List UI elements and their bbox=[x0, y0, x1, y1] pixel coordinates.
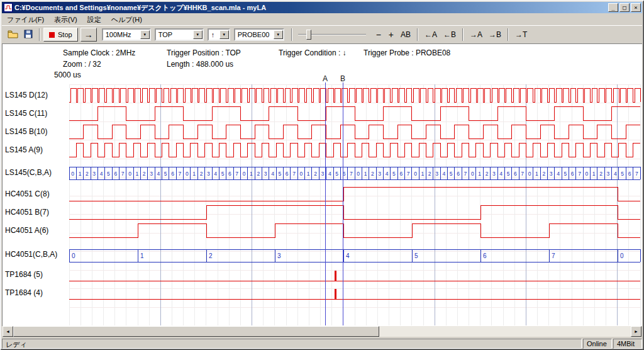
zoom-in-button[interactable]: + bbox=[385, 30, 397, 40]
stop-icon bbox=[49, 32, 55, 38]
toolbar-separator bbox=[508, 28, 509, 41]
open-folder-icon bbox=[8, 30, 19, 40]
toolbar-separator bbox=[39, 28, 40, 41]
close-button[interactable]: × bbox=[631, 3, 641, 12]
stop-label: Stop bbox=[58, 31, 72, 38]
sample-clock-select[interactable]: 100MHz ▼ bbox=[102, 28, 151, 41]
scrollbar-thumb[interactable] bbox=[13, 326, 379, 337]
menu-help[interactable]: ヘルプ(H) bbox=[106, 14, 147, 26]
set-cursor-a-button[interactable]: →A bbox=[467, 29, 486, 40]
run-button[interactable]: → bbox=[80, 28, 97, 42]
menu-settings[interactable]: 設定 bbox=[82, 14, 106, 26]
scroll-right-button[interactable]: ► bbox=[631, 326, 641, 337]
status-memory: 4MBit bbox=[613, 339, 642, 349]
status-online: Online bbox=[583, 339, 612, 349]
trigger-position-select[interactable]: TOP ▼ bbox=[155, 28, 204, 41]
slider-thumb[interactable] bbox=[306, 30, 311, 40]
window-title: C:¥Documents and Settings¥noname¥デスクトップ¥… bbox=[14, 3, 607, 13]
floppy-disk-icon bbox=[24, 30, 33, 40]
set-cursor-b-button[interactable]: →B bbox=[486, 29, 504, 40]
trigger-edge-value: ↑ bbox=[211, 31, 218, 38]
open-file-button[interactable] bbox=[6, 28, 21, 42]
scroll-left-button[interactable]: ◄ bbox=[3, 326, 13, 337]
goto-cursor-b-button[interactable]: ←B bbox=[440, 29, 459, 40]
title-bar: C:¥Documents and Settings¥noname¥デスクトップ¥… bbox=[2, 2, 642, 13]
minimize-button[interactable]: _ bbox=[608, 3, 618, 12]
toolbar: Stop → 100MHz ▼ TOP ▼ ↑ ▼ PROBE00 ▼ − + … bbox=[2, 25, 642, 43]
menu-file[interactable]: ファイル(F) bbox=[2, 14, 49, 26]
toolbar-separator bbox=[417, 28, 418, 41]
trigger-probe-value: PROBE00 bbox=[238, 31, 272, 38]
stop-button[interactable]: Stop bbox=[43, 28, 78, 42]
trigger-probe-select[interactable]: PROBE00 ▼ bbox=[234, 28, 284, 41]
zoom-slider[interactable] bbox=[298, 28, 366, 41]
save-file-button[interactable] bbox=[21, 28, 36, 42]
status-message: レディ bbox=[2, 339, 582, 349]
goto-cursor-a-button[interactable]: ←A bbox=[421, 29, 440, 40]
status-bar: レディ Online 4MBit bbox=[2, 338, 642, 349]
waveform-document-area[interactable] bbox=[2, 43, 642, 326]
zoom-out-button[interactable]: − bbox=[372, 30, 385, 40]
toolbar-separator bbox=[291, 28, 292, 41]
menu-view[interactable]: 表示(V) bbox=[49, 14, 82, 26]
trigger-edge-select[interactable]: ↑ ▼ bbox=[208, 28, 230, 41]
toolbar-separator bbox=[462, 28, 464, 41]
menu-bar: ファイル(F) 表示(V) 設定 ヘルプ(H) bbox=[2, 14, 642, 25]
trigger-position-value: TOP bbox=[158, 31, 192, 38]
app-icon bbox=[4, 3, 13, 12]
maximize-button[interactable]: □ bbox=[619, 3, 630, 12]
chevron-down-icon[interactable]: ▼ bbox=[219, 30, 229, 39]
goto-trigger-button[interactable]: →T bbox=[512, 29, 530, 40]
chevron-down-icon[interactable]: ▼ bbox=[274, 30, 283, 39]
horizontal-scrollbar[interactable]: ◄ ► bbox=[3, 326, 641, 337]
scrollbar-track[interactable] bbox=[13, 326, 631, 337]
cursor-ab-button[interactable]: AB bbox=[397, 29, 414, 40]
sample-clock-value: 100MHz bbox=[106, 31, 139, 38]
app-window: C:¥Documents and Settings¥noname¥デスクトップ¥… bbox=[0, 0, 644, 350]
chevron-down-icon[interactable]: ▼ bbox=[140, 30, 150, 39]
chevron-down-icon[interactable]: ▼ bbox=[193, 30, 203, 39]
